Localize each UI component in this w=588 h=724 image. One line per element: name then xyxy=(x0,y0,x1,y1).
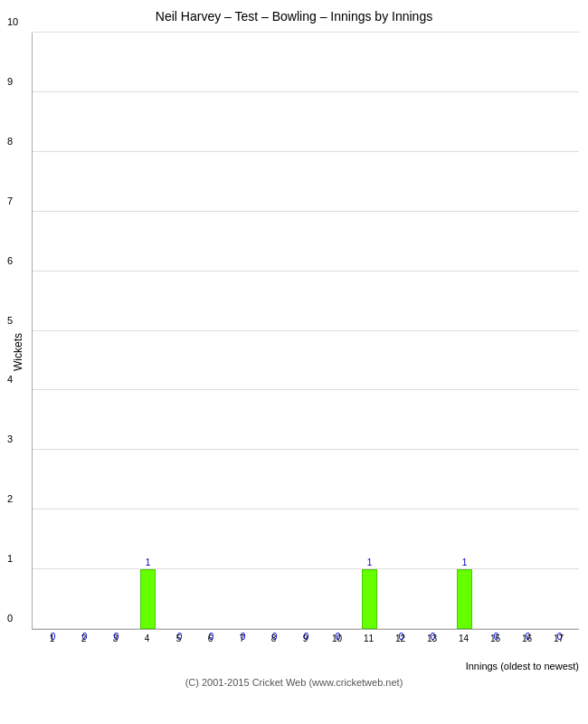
x-tick-label: 8 xyxy=(271,634,277,643)
y-axis-label: Wickets xyxy=(9,33,27,672)
x-tick-label: 7 xyxy=(240,634,245,643)
x-tick-label: 6 xyxy=(208,634,213,643)
x-tick-label: 4 xyxy=(145,634,150,643)
bar-value-label: 1 xyxy=(363,557,377,567)
x-tick-label: 11 xyxy=(364,634,374,643)
bar-inning-11: 1 xyxy=(362,569,378,629)
chart-area: Wickets 01234567891000010000001001000 12… xyxy=(9,33,579,672)
y-tick-label: 8 xyxy=(7,136,13,147)
y-tick-label: 9 xyxy=(7,76,13,87)
bar-inning-14: 1 xyxy=(457,569,473,629)
x-tick-label: 9 xyxy=(303,634,308,643)
x-tick-label: 16 xyxy=(522,634,532,643)
x-tick-label: 3 xyxy=(113,634,119,643)
y-tick-label: 6 xyxy=(7,255,13,266)
chart-container: Neil Harvey – Test – Bowling – Innings b… xyxy=(0,0,588,724)
footer: (C) 2001-2015 Cricket Web (www.cricketwe… xyxy=(185,677,403,688)
x-tick-label: 10 xyxy=(332,634,342,643)
y-tick-label: 2 xyxy=(7,493,13,504)
x-tick-label: 12 xyxy=(395,634,405,643)
x-axis-title: Innings (oldest to newest) xyxy=(32,661,579,672)
plot-area: 01234567891000010000001001000 xyxy=(32,33,579,630)
x-axis-labels: 1234567891011121314151617 xyxy=(32,632,579,659)
y-tick-label: 1 xyxy=(7,553,13,564)
bar-value-label: 1 xyxy=(141,557,156,567)
y-tick-label: 5 xyxy=(7,315,13,326)
x-tick-label: 5 xyxy=(176,634,182,643)
y-tick-label: 4 xyxy=(7,374,13,385)
bar-inning-4: 1 xyxy=(140,569,156,629)
x-tick-label: 1 xyxy=(50,634,55,643)
plot-area-wrapper: 01234567891000010000001001000 1234567891… xyxy=(32,33,579,672)
y-tick-label: 0 xyxy=(7,613,13,624)
bar-value-label: 1 xyxy=(458,557,472,567)
y-tick-label: 10 xyxy=(7,16,18,27)
y-tick-label: 3 xyxy=(7,433,13,444)
y-tick-label: 7 xyxy=(7,195,13,206)
x-tick-label: 14 xyxy=(459,634,469,643)
x-tick-label: 13 xyxy=(427,634,437,643)
chart-title: Neil Harvey – Test – Bowling – Innings b… xyxy=(156,9,432,24)
x-tick-label: 17 xyxy=(554,634,564,643)
x-tick-label: 15 xyxy=(490,634,500,643)
x-tick-label: 2 xyxy=(81,634,87,643)
